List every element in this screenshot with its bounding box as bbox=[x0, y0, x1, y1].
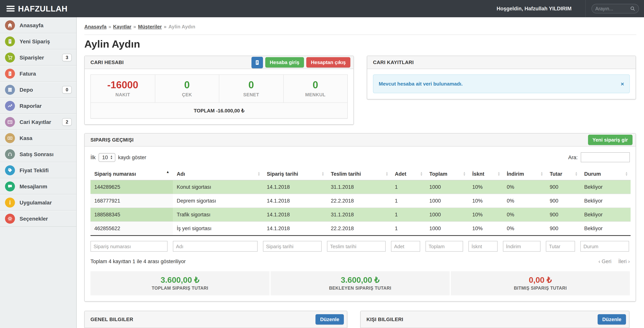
order-cell: 1000 bbox=[426, 208, 468, 222]
order-row-168777921[interactable]: 168777921Deprem sigortası14.1.201822.2.2… bbox=[90, 194, 630, 208]
sidebar-item-se-enekler[interactable]: Seçenekler bbox=[0, 211, 76, 227]
sidebar-item-label: Uygulamalar bbox=[20, 199, 52, 206]
cari-hesabi-panel: CARI HESABI Hesaba giriş Hesaptan çıkış … bbox=[84, 56, 354, 125]
breadcrumb-link-anasayfa[interactable]: Anasayfa bbox=[84, 24, 106, 30]
cart-icon bbox=[5, 53, 15, 63]
sidebar-item-sat-sonras[interactable]: Satış Sonrası bbox=[0, 146, 76, 162]
sidebar-item-uygulamalar[interactable]: Uygulamalar bbox=[0, 194, 76, 211]
home-icon bbox=[5, 20, 15, 30]
breadcrumb-link-m-teriler[interactable]: Müşteriler bbox=[138, 24, 162, 30]
filter-input-i-sknt[interactable] bbox=[468, 241, 498, 252]
order-row-462855622[interactable]: 462855622İş yeri sigortası14.1.201822.2.… bbox=[90, 222, 630, 235]
alert-close-icon[interactable]: × bbox=[620, 81, 624, 87]
filter-input-ad[interactable] bbox=[173, 241, 258, 252]
column-header-i-sknt[interactable]: İsknt▲▼ bbox=[468, 168, 503, 180]
sidebar-item-label: Anasayfa bbox=[20, 22, 44, 28]
breadcrumb-link-kay-tlar[interactable]: Kayıtlar bbox=[113, 24, 131, 30]
order-cell: 0% bbox=[503, 180, 546, 194]
sidebar-item-fiyat-teklifi[interactable]: Fiyat Teklifi bbox=[0, 162, 76, 178]
order-cell: 0% bbox=[503, 208, 546, 222]
stat-value: 0 bbox=[155, 79, 219, 90]
stat-senet: 0SENET bbox=[219, 75, 284, 102]
sidebar-badge: 0 bbox=[62, 86, 72, 94]
new-order-button[interactable]: Yeni sipariş gir bbox=[588, 135, 632, 145]
sort-both-icon: ▲▼ bbox=[575, 171, 578, 176]
global-search bbox=[592, 4, 639, 14]
siparis-gecmisi-title: SIPARIŞ GEÇMIŞI bbox=[90, 137, 134, 143]
account-total: TOPLAM -16.000,00 ₺ bbox=[91, 102, 347, 118]
sidebar-item-raporlar[interactable]: Raporlar bbox=[0, 98, 76, 114]
filter-input-sipari-tarihi[interactable] bbox=[263, 241, 322, 252]
filter-input-sipari-numaras[interactable] bbox=[90, 241, 168, 252]
sidebar-item-label: Raporlar bbox=[20, 103, 42, 109]
column-header-ad[interactable]: Adı▲▼ bbox=[173, 168, 263, 180]
title-divider bbox=[84, 35, 636, 35]
brand-logo[interactable]: HAFZULLAH bbox=[18, 4, 68, 13]
column-header-sipari-tarihi[interactable]: Sipariş tarihi▲▼ bbox=[263, 168, 327, 180]
order-cell: 900 bbox=[546, 180, 580, 194]
user-greeting: Hoşgeldin, Hafzullah YILDIRIM bbox=[496, 6, 572, 12]
order-row-188588345[interactable]: 188588345Trafik sigortası14.1.201831.1.2… bbox=[90, 208, 630, 222]
table-search-input[interactable] bbox=[581, 152, 630, 162]
sidebar-item-label: Fatura bbox=[20, 71, 36, 77]
edit-person-button[interactable]: Düzenle bbox=[598, 314, 626, 324]
order-cell: 1 bbox=[391, 222, 426, 235]
column-header-sipari-numaras[interactable]: Sipariş numarası▲ bbox=[90, 168, 173, 180]
filter-input-adet[interactable] bbox=[391, 241, 420, 252]
column-header-adet[interactable]: Adet▲▼ bbox=[391, 168, 426, 180]
sidebar-item-mesajlar-m[interactable]: Mesajlarım bbox=[0, 178, 76, 194]
page-length-select[interactable]: 10 ▲▼ bbox=[98, 153, 116, 162]
summary-value: 3.600,00 ₺ bbox=[90, 275, 270, 284]
account-report-button[interactable] bbox=[251, 57, 263, 68]
new-order-icon bbox=[5, 37, 15, 47]
edit-general-button[interactable]: Düzenle bbox=[316, 314, 344, 324]
order-cell: 1000 bbox=[426, 222, 468, 235]
filter-input-durum[interactable] bbox=[580, 241, 629, 252]
stat-value: -16000 bbox=[91, 79, 155, 90]
order-cell: 14.1.2018 bbox=[263, 208, 327, 222]
order-cell: 1000 bbox=[426, 180, 468, 194]
column-header-i-ndirim[interactable]: İndirim▲▼ bbox=[503, 168, 546, 180]
pagination-prev[interactable]: ‹ Geri bbox=[598, 258, 612, 264]
sidebar-item-kasa[interactable]: Kasa bbox=[0, 130, 76, 146]
order-row-144289625[interactable]: 144289625Konut sigortası14.1.201831.1.20… bbox=[90, 180, 630, 194]
sort-both-icon: ▲▼ bbox=[540, 171, 543, 176]
filter-input-toplam[interactable] bbox=[426, 241, 463, 252]
column-header-toplam[interactable]: Toplam▲▼ bbox=[426, 168, 468, 180]
filter-input-tutar[interactable] bbox=[546, 241, 575, 252]
sidebar-item-yeni-sipari[interactable]: Yeni Sipariş bbox=[0, 33, 76, 50]
filter-input-i-ndirim[interactable] bbox=[503, 241, 540, 252]
stat-nakit: -16000NAKIT bbox=[91, 75, 155, 102]
hamburger-menu-icon[interactable] bbox=[6, 6, 14, 12]
order-cell: Bekliyor bbox=[580, 222, 630, 235]
column-header-teslim-tarihi[interactable]: Teslim tarihi▲▼ bbox=[327, 168, 391, 180]
sidebar-item-depo[interactable]: Depo0 bbox=[0, 82, 76, 98]
order-cell: 22.2.2018 bbox=[327, 194, 391, 208]
info-alert-text: Mevcut hesaba ait veri bulunamadı. bbox=[379, 81, 463, 87]
column-header-durum[interactable]: Durum▲▼ bbox=[580, 168, 630, 180]
sidebar-item-cari-kay-tlar[interactable]: Cari Kayıtlar2 bbox=[0, 114, 76, 130]
tools-icon bbox=[5, 198, 15, 208]
filter-input-teslim-tarihi[interactable] bbox=[327, 241, 386, 252]
sidebar-badge: 3 bbox=[62, 54, 72, 61]
summary-label: TOPLAM SIPARIŞ TUTARI bbox=[90, 286, 270, 290]
sort-both-icon: ▲▼ bbox=[420, 171, 423, 176]
info-alert: Mevcut hesaba ait veri bulunamadı. × bbox=[373, 74, 630, 93]
stat-value: 0 bbox=[284, 79, 347, 90]
global-search-input[interactable] bbox=[595, 6, 630, 11]
account-deposit-button[interactable]: Hesaba giriş bbox=[265, 57, 304, 68]
summary-label: BEKLEYEN SIPARIŞ TUTARI bbox=[271, 286, 450, 290]
gear-icon bbox=[5, 214, 15, 224]
pagination-next[interactable]: İleri › bbox=[618, 258, 630, 264]
page-title: Aylin Aydın bbox=[84, 38, 636, 50]
sidebar-item-anasayfa[interactable]: Anasayfa bbox=[0, 17, 76, 33]
order-cell: 1000 bbox=[426, 194, 468, 208]
sidebar-item-sipari-ler[interactable]: Siparişler3 bbox=[0, 50, 76, 66]
account-withdraw-button[interactable]: Hesaptan çıkış bbox=[306, 57, 350, 68]
column-header-tutar[interactable]: Tutar▲▼ bbox=[546, 168, 580, 180]
order-cell: Bekliyor bbox=[580, 194, 630, 208]
sidebar-item-fatura[interactable]: Fatura bbox=[0, 66, 76, 82]
order-cell: 0% bbox=[503, 222, 546, 235]
app-window: HAFZULLAH Hoşgeldin, Hafzullah YILDIRIM … bbox=[0, 0, 644, 328]
sidebar-item-label: Yeni Sipariş bbox=[20, 38, 50, 45]
